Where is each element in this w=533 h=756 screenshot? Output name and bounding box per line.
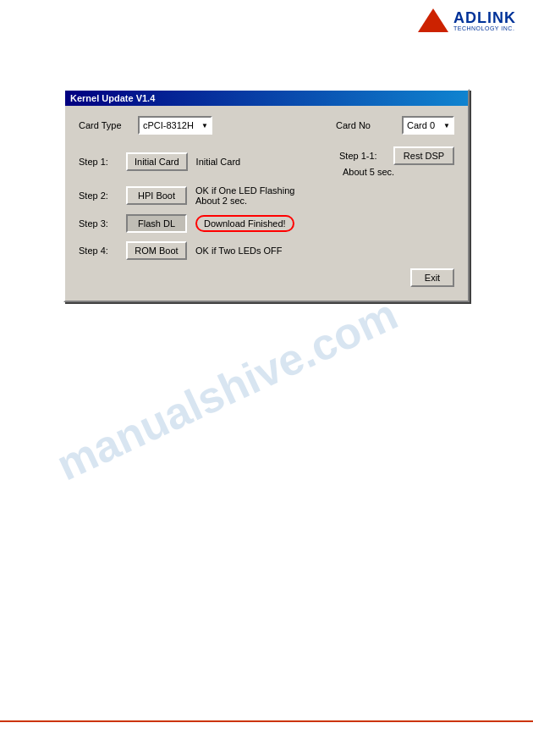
card-type-select-wrapper[interactable]: cPCI-8312H: [138, 116, 212, 135]
step11-row: Step 1-1: Rest DSP: [339, 146, 454, 165]
initial-card-button[interactable]: Initial Card: [126, 152, 188, 171]
step11-group: Step 1-1: Rest DSP About 5 sec.: [339, 146, 454, 177]
card-no-select-wrapper[interactable]: Card 0 Card 1 Card 2: [402, 116, 454, 135]
card-no-group: Card No Card 0 Card 1 Card 2: [336, 116, 454, 135]
step2-row: Step 2: HPI Boot OK if One LED Flashing …: [79, 185, 454, 206]
card-no-select[interactable]: Card 0 Card 1 Card 2: [404, 118, 453, 133]
step1-label: Step 1:: [79, 157, 126, 167]
card-type-row: Card Type cPCI-8312H Card No Card 0 Card…: [79, 116, 454, 135]
step2-label: Step 2:: [79, 190, 126, 201]
step2-desc2: About 2 sec.: [195, 196, 294, 206]
step3-label: Step 3:: [79, 218, 126, 229]
step4-desc: OK if Two LEDs OFF: [195, 246, 283, 256]
rom-boot-button[interactable]: ROM Boot: [126, 241, 187, 260]
step11-label: Step 1-1:: [339, 151, 387, 161]
step2-desc-group: OK if One LED Flashing About 2 sec.: [195, 185, 294, 206]
top-bar: ADLINK TECHNOLOGY INC.: [0, 0, 533, 36]
exit-button[interactable]: Exit: [410, 268, 454, 287]
logo: ADLINK TECHNOLOGY INC.: [418, 8, 516, 32]
step4-label: Step 4:: [79, 246, 126, 256]
flash-dl-button[interactable]: Flash DL: [126, 214, 187, 233]
card-type-label: Card Type: [79, 120, 138, 130]
dialog-titlebar: Kernel Update V1.4: [65, 91, 468, 106]
step1-row: Step 1: Initial Card Initial Card Step 1…: [79, 146, 454, 177]
download-finished-indicator: Download Finished!: [195, 215, 294, 232]
dialog-content: Card Type cPCI-8312H Card No Card 0 Card…: [65, 106, 468, 301]
bottom-divider: [0, 720, 533, 722]
card-type-select[interactable]: cPCI-8312H: [140, 118, 211, 133]
dialog-window: Kernel Update V1.4 Card Type cPCI-8312H …: [63, 89, 470, 302]
card-no-label: Card No: [336, 120, 395, 130]
step2-desc: OK if One LED Flashing: [195, 185, 294, 196]
logo-subtitle: TECHNOLOGY INC.: [453, 25, 516, 31]
step3-row: Step 3: Flash DL Download Finished!: [79, 214, 454, 233]
logo-triangle-icon: [418, 8, 448, 32]
step4-row: Step 4: ROM Boot OK if Two LEDs OFF: [79, 241, 454, 260]
logo-brand: ADLINK: [453, 10, 516, 25]
watermark: manualshive.com: [49, 289, 405, 491]
dialog-title: Kernel Update V1.4: [70, 93, 155, 103]
exit-row: Exit: [79, 268, 454, 287]
step11-desc: About 5 sec.: [339, 167, 394, 177]
rest-dsp-button[interactable]: Rest DSP: [393, 146, 454, 165]
step1-desc: Initial Card: [196, 157, 241, 167]
hpi-boot-button[interactable]: HPI Boot: [126, 186, 187, 205]
logo-text: ADLINK TECHNOLOGY INC.: [453, 10, 516, 31]
